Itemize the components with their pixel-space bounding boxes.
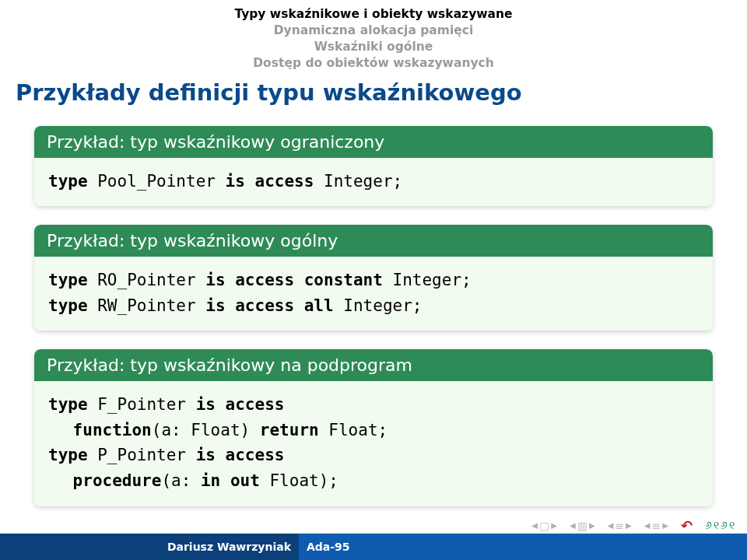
crumb-item: Wskaźniki ogólne: [0, 39, 747, 55]
block-title: Przykład: typ wskaźnikowy na podprogram: [34, 349, 713, 381]
code-text: (a: Float): [152, 421, 260, 439]
chevron-left-icon: ◀: [531, 521, 538, 530]
crumb-item: Dynamiczna alokacja pamięci: [0, 23, 747, 39]
code-text: (a:: [161, 471, 201, 490]
keyword: return: [260, 421, 319, 439]
footer: Dariusz Wawrzyniak Ada-95: [0, 534, 747, 560]
footer-deck: Ada-95: [299, 534, 747, 560]
keyword: is access: [196, 395, 285, 414]
chevron-right-icon: ▶: [551, 521, 557, 530]
slide-title: Przykłady definicji typu wskaźnikowego: [0, 72, 747, 114]
lines-icon: ≡: [651, 520, 661, 532]
nav-prev-slide[interactable]: ◀▥▶: [570, 520, 595, 532]
code-block: type RO_Pointer is access constant Integ…: [34, 257, 713, 331]
nav-controls: ◀▢▶ ◀▥▶ ◀≡▶ ◀≡▶ ↶ ୬୧୬୧: [531, 517, 736, 534]
code-block: type Pool_Pointer is access Integer;: [34, 158, 713, 207]
braces-icon[interactable]: ୬୧୬୧: [705, 519, 736, 532]
header: Typy wskaźnikowe i obiekty wskazywane Dy…: [0, 0, 747, 72]
keyword: type: [48, 395, 88, 414]
undo-icon[interactable]: ↶: [681, 517, 693, 534]
keyword: is access all: [205, 296, 333, 315]
keyword: type: [48, 271, 88, 289]
crumb-current: Typy wskaźnikowe i obiekty wskazywane: [0, 6, 747, 23]
block-title: Przykład: typ wskaźnikowy ograniczony: [34, 126, 713, 158]
keyword: function: [73, 421, 152, 439]
content: Przykład: typ wskaźnikowy ograniczony ty…: [0, 114, 747, 560]
example-block-3: Przykład: typ wskaźnikowy na podprogram …: [34, 349, 713, 506]
chevron-left-icon: ◀: [570, 521, 576, 530]
keyword: in out: [201, 471, 260, 490]
code-text: RO_Pointer: [88, 271, 206, 289]
nav-next-slide[interactable]: ◀≡▶: [608, 520, 632, 532]
footer-author: Dariusz Wawrzyniak: [0, 541, 299, 553]
chevron-right-icon: ▶: [662, 521, 668, 530]
keyword: type: [48, 296, 88, 315]
chevron-left-icon: ◀: [644, 521, 651, 530]
chevron-right-icon: ▶: [589, 521, 595, 530]
crumb-item: Dostęp do obiektów wskazywanych: [0, 55, 747, 72]
nav-prev-section[interactable]: ◀▢▶: [531, 520, 557, 532]
code-text: F_Pointer: [88, 395, 196, 414]
lines-icon: ≡: [615, 520, 624, 532]
keyword: is access constant: [205, 271, 383, 289]
block-title: Przykład: typ wskaźnikowy ogólny: [34, 225, 713, 257]
keyword: type: [48, 172, 88, 191]
code-text: Float;: [319, 421, 388, 439]
nav-next-section[interactable]: ◀≡▶: [644, 520, 668, 532]
chevron-right-icon: ▶: [626, 521, 632, 530]
code-text: Integer;: [314, 172, 402, 191]
code-text: Integer;: [334, 296, 423, 315]
code-text: Integer;: [383, 271, 472, 289]
code-block: type F_Pointer is access function(a: Flo…: [34, 381, 713, 506]
example-block-2: Przykład: typ wskaźnikowy ogólny type RO…: [34, 225, 713, 331]
keyword: type: [48, 446, 88, 464]
layers-icon: ▥: [577, 520, 587, 532]
keyword: procedure: [73, 471, 162, 490]
breadcrumbs: Typy wskaźnikowe i obiekty wskazywane Dy…: [0, 6, 747, 72]
file-icon: ▢: [539, 520, 549, 532]
code-text: Pool_Pointer: [88, 172, 226, 191]
keyword: is access: [226, 172, 314, 191]
code-text: RW_Pointer: [88, 296, 206, 315]
keyword: is access: [196, 446, 285, 464]
code-text: P_Pointer: [88, 446, 196, 464]
code-text: Float);: [260, 471, 338, 490]
example-block-1: Przykład: typ wskaźnikowy ograniczony ty…: [34, 126, 713, 207]
chevron-left-icon: ◀: [608, 521, 614, 530]
